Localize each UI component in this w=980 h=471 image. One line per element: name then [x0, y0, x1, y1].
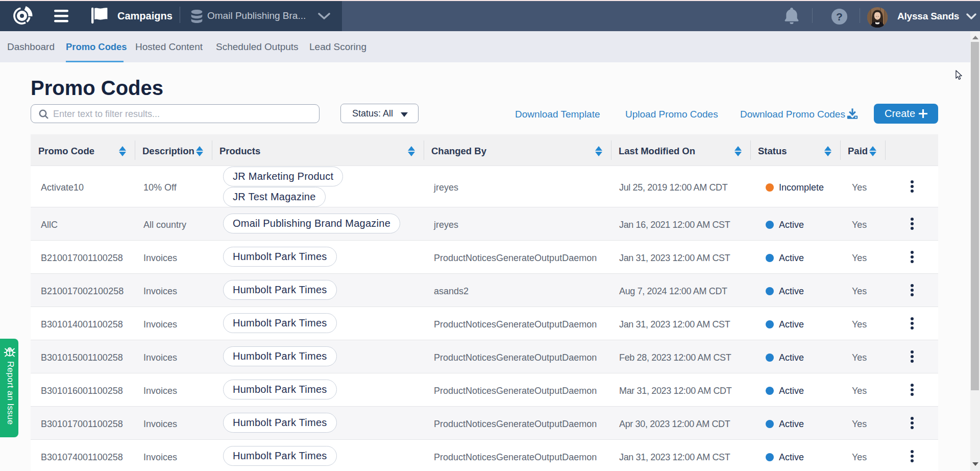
svg-text:?: ?: [836, 11, 843, 22]
